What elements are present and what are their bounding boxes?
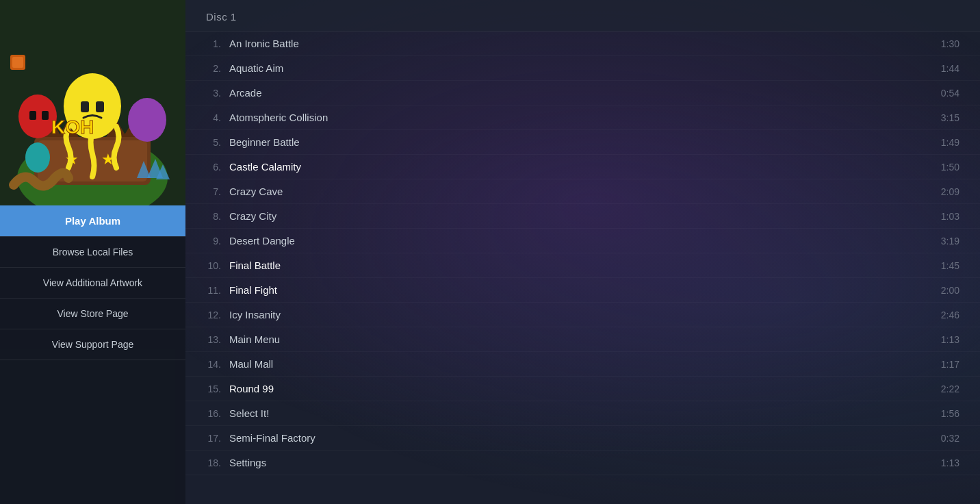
track-number: 10. (199, 260, 221, 271)
track-duration: 0:32 (941, 433, 959, 444)
svg-rect-11 (81, 101, 89, 112)
svg-rect-14 (29, 111, 36, 120)
track-name: Aquatic Aim (229, 62, 927, 74)
track-name: Round 99 (229, 383, 927, 394)
track-row[interactable]: 15.Round 992:22 (185, 377, 980, 401)
track-duration: 2:22 (941, 383, 959, 394)
track-duration: 1:13 (941, 457, 959, 468)
track-name: Desert Dangle (229, 235, 927, 247)
track-row[interactable]: 10.Final Battle1:45 (185, 253, 980, 278)
track-number: 6. (199, 162, 221, 173)
track-number: 15. (199, 383, 221, 394)
track-row[interactable]: 14.Maul Mall1:17 (185, 352, 980, 377)
track-row[interactable]: 6.Castle Calamity1:50 (185, 155, 980, 179)
track-number: 4. (199, 112, 221, 123)
track-duration: 1:45 (941, 260, 959, 271)
track-name: Icy Insanity (229, 309, 927, 320)
track-name: Castle Calamity (229, 161, 927, 173)
track-number: 12. (199, 310, 221, 320)
track-duration: 1:56 (941, 408, 959, 419)
track-duration: 3:19 (941, 236, 959, 247)
track-duration: 1:17 (941, 359, 959, 370)
track-number: 3. (199, 88, 221, 99)
track-name: Maul Mall (229, 358, 927, 370)
track-name: Semi-Final Factory (229, 432, 927, 444)
track-row[interactable]: 11.Final Fight2:00 (185, 278, 980, 303)
track-number: 16. (199, 408, 221, 419)
track-name: Settings (229, 457, 927, 468)
track-duration: 1:44 (941, 63, 959, 74)
track-name: An Ironic Battle (229, 38, 927, 49)
divider-5 (0, 360, 185, 360)
track-number: 1. (199, 38, 221, 49)
track-number: 11. (199, 285, 221, 296)
browse-local-files-button[interactable]: Browse Local Files (0, 237, 185, 267)
track-duration: 1:13 (941, 334, 959, 345)
track-duration: 2:46 (941, 310, 959, 320)
track-name: Final Fight (229, 284, 927, 296)
svg-rect-22 (12, 57, 23, 68)
track-duration: 0:54 (941, 88, 959, 99)
track-number: 17. (199, 433, 221, 444)
track-row[interactable]: 8.Crazy City1:03 (185, 204, 980, 229)
svg-point-17 (25, 142, 50, 173)
track-name: Final Battle (229, 260, 927, 271)
track-duration: 1:30 (941, 38, 959, 49)
sidebar: ★ ★ (0, 0, 185, 504)
track-row[interactable]: 4.Atomspheric Collision3:15 (185, 105, 980, 130)
svg-text:KOH: KOH (51, 116, 94, 138)
view-additional-artwork-button[interactable]: View Additional Artwork (0, 268, 185, 298)
track-row[interactable]: 13.Main Menu1:13 (185, 327, 980, 352)
track-row[interactable]: 18.Settings1:13 (185, 451, 980, 475)
track-row[interactable]: 9.Desert Dangle3:19 (185, 229, 980, 253)
track-row[interactable]: 17.Semi-Final Factory0:32 (185, 426, 980, 451)
track-duration: 2:09 (941, 186, 959, 197)
track-duration: 1:49 (941, 137, 959, 148)
track-number: 8. (199, 211, 221, 222)
play-album-button[interactable]: Play Album (0, 205, 185, 236)
svg-point-16 (128, 98, 166, 142)
track-row[interactable]: 1.An Ironic Battle1:30 (185, 32, 980, 56)
track-name: Select It! (229, 407, 927, 419)
track-number: 18. (199, 457, 221, 468)
track-number: 7. (199, 186, 221, 197)
track-name: Beginner Battle (229, 136, 927, 148)
svg-rect-12 (96, 101, 104, 112)
track-row[interactable]: 3.Arcade0:54 (185, 81, 980, 105)
track-number: 5. (199, 137, 221, 148)
track-name: Arcade (229, 87, 927, 99)
disc-label: Disc 1 (185, 0, 980, 32)
track-row[interactable]: 2.Aquatic Aim1:44 (185, 56, 980, 81)
track-number: 13. (199, 334, 221, 345)
track-number: 2. (199, 63, 221, 74)
track-name: Crazy Cave (229, 186, 927, 197)
track-duration: 1:50 (941, 162, 959, 173)
track-number: 14. (199, 359, 221, 370)
track-row[interactable]: 12.Icy Insanity2:46 (185, 303, 980, 327)
track-name: Main Menu (229, 333, 927, 345)
track-row[interactable]: 5.Beginner Battle1:49 (185, 130, 980, 155)
svg-rect-15 (42, 111, 49, 120)
track-name: Crazy City (229, 210, 927, 222)
track-duration: 1:03 (941, 211, 959, 222)
track-list-panel: Disc 1 1.An Ironic Battle1:302.Aquatic A… (185, 0, 980, 504)
track-number: 9. (199, 236, 221, 247)
track-name: Atomspheric Collision (229, 112, 927, 123)
track-row[interactable]: 16.Select It!1:56 (185, 401, 980, 426)
track-list: 1.An Ironic Battle1:302.Aquatic Aim1:443… (185, 32, 980, 475)
track-duration: 3:15 (941, 112, 959, 123)
track-duration: 2:00 (941, 285, 959, 296)
view-support-page-button[interactable]: View Support Page (0, 329, 185, 360)
track-row[interactable]: 7.Crazy Cave2:09 (185, 179, 980, 204)
album-art: ★ ★ (0, 0, 185, 205)
view-store-page-button[interactable]: View Store Page (0, 299, 185, 329)
